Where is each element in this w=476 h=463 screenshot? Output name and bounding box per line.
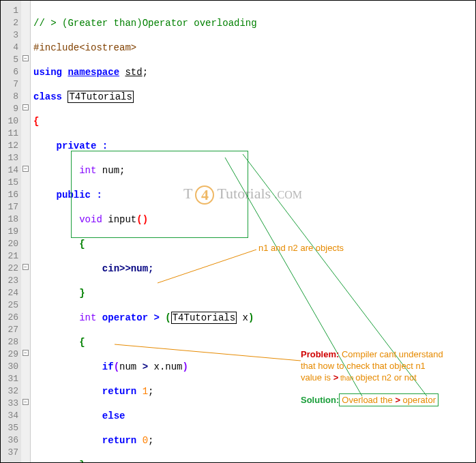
id: std — [125, 67, 142, 78]
ln: 36 — [1, 434, 18, 447]
problem-text: value is — [301, 372, 333, 383]
wm-com: .COM — [275, 189, 302, 200]
line-number-gutter: 1 2 3 4 5 6 7 8 9 10 11 12 13 14 15 16 1… — [1, 1, 21, 462]
brace: } — [79, 288, 85, 299]
brace: { — [79, 337, 85, 348]
kw: return — [102, 386, 136, 397]
fold-icon[interactable]: − — [23, 166, 29, 172]
paren: ) — [183, 361, 188, 372]
ln: 20 — [1, 238, 18, 250]
ln: 8 — [1, 91, 18, 103]
fold-icon[interactable]: − — [23, 350, 29, 356]
ln: 11 — [1, 128, 18, 140]
ln: 33 — [1, 398, 18, 410]
fold-column: − − − − − − — [21, 1, 31, 462]
type-ref: T4Tutorials — [171, 312, 237, 324]
ln: 27 — [1, 324, 18, 336]
ln: 18 — [1, 213, 18, 226]
id: cin — [102, 263, 119, 274]
ln: 30 — [1, 361, 18, 373]
ln: 37 — [1, 447, 18, 459]
ln: 1 — [1, 5, 18, 17]
semi: ; — [148, 435, 153, 446]
ln: 31 — [1, 373, 18, 385]
ln: 10 — [1, 115, 18, 128]
wm-circle-icon: 4 — [195, 185, 214, 205]
fold-icon[interactable]: − — [23, 55, 29, 61]
semi: ; — [143, 67, 148, 78]
ln: 21 — [1, 250, 18, 263]
ln: 2 — [1, 17, 18, 29]
id: x — [237, 312, 248, 323]
ln: 4 — [1, 42, 18, 54]
paren: ( — [160, 312, 171, 323]
paren: ( — [114, 361, 119, 372]
paren: ) — [248, 312, 254, 323]
ln: 14 — [1, 164, 18, 177]
op-gt: > — [153, 312, 159, 323]
ln: 7 — [1, 78, 18, 91]
ln: 16 — [1, 189, 18, 201]
code-comment: // > (Greater than)Operator overloading — [33, 18, 257, 29]
problem-text: Compiler cant understand — [339, 349, 443, 359]
ln: 35 — [1, 422, 18, 434]
ln: 25 — [1, 299, 18, 312]
ln: 34 — [1, 410, 18, 422]
ln: 26 — [1, 312, 18, 324]
ln: 13 — [1, 152, 18, 164]
ln: 22 — [1, 263, 18, 275]
num: 0 — [136, 435, 148, 446]
problem-text: object n2 or not — [355, 372, 417, 383]
annotation-problem: Problem: Compiler cant understand that h… — [301, 348, 443, 384]
brace: { — [33, 116, 39, 127]
problem-text: that how to check that object n1 — [301, 361, 426, 371]
id: num — [119, 361, 136, 372]
kw: class — [33, 91, 62, 102]
gt-icon: > — [395, 395, 400, 405]
ln: 28 — [1, 336, 18, 348]
solution-text: operator — [400, 395, 436, 405]
ln: 32 — [1, 385, 18, 398]
id: x.num — [148, 361, 182, 372]
ln: 12 — [1, 140, 18, 152]
annotation-solution: Solution:Overload the > operator — [301, 395, 438, 405]
ln: 19 — [1, 226, 18, 238]
brace: } — [79, 460, 85, 463]
ln: 15 — [1, 177, 18, 189]
kw: if — [102, 361, 114, 372]
ln: 29 — [1, 348, 18, 361]
op-gt: > — [143, 361, 148, 372]
num: 1 — [136, 386, 148, 397]
ln: 5 — [1, 54, 18, 66]
kw: private : — [57, 140, 108, 151]
op: >>num; — [119, 263, 153, 274]
solution-text: Overload the — [342, 395, 395, 405]
ln: 6 — [1, 66, 18, 78]
problem-text: than — [338, 374, 355, 382]
ln: 23 — [1, 275, 18, 287]
kw: return — [102, 435, 136, 446]
brace: { — [79, 239, 85, 250]
code-preproc: #include<iostream> — [33, 42, 136, 53]
solution-label: Solution: — [301, 395, 339, 405]
fold-icon[interactable]: − — [23, 104, 29, 110]
kw: using — [33, 67, 62, 78]
ln: 3 — [1, 29, 18, 42]
ln: 17 — [1, 201, 18, 213]
fold-icon[interactable]: − — [23, 399, 29, 405]
fold-icon[interactable]: − — [23, 264, 29, 270]
kw: namespace — [68, 67, 119, 78]
annotation-objects: n1 and n2 are objects — [258, 243, 344, 253]
type: int — [79, 312, 96, 323]
ln: 9 — [1, 103, 18, 115]
problem-label: Problem: — [301, 349, 339, 359]
class-name: T4Tutorials — [68, 91, 133, 103]
watermark: T4Tutorials .COM — [183, 185, 302, 205]
wm-t: T — [183, 185, 192, 202]
kw: operator — [96, 312, 153, 323]
wm-tut: Tutorials — [217, 185, 271, 202]
kw: else — [102, 410, 125, 421]
semi: ; — [148, 386, 153, 397]
ln: 24 — [1, 287, 18, 299]
